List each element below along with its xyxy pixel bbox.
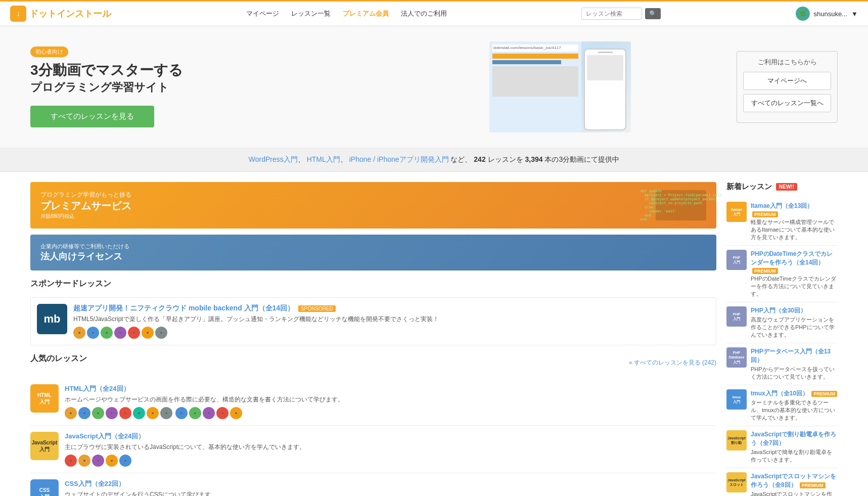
nl-title[interactable]: PHP入門（全30回） [751, 306, 838, 315]
sponsor-desc: HTML5/JavaScriptで楽しく作る「早起きアプリ」講座。プッシュ通知・… [73, 315, 710, 324]
sidebar-header: 新着レッスン NEW!! [726, 182, 838, 192]
lesson-title[interactable]: HTML入門（全24回） [65, 384, 716, 393]
mini-avatar: ● [189, 407, 201, 419]
cta-mypage-button[interactable]: マイページへ [743, 72, 831, 90]
nl-desc: 軽量なサーバー構成管理ツールであるItamaeについて基本的な使い方を見ていきま… [751, 218, 838, 241]
nl-title[interactable]: PHPのDateTimeクラスでカレンダーを作ろう（全14回） PREMIUM [751, 250, 838, 274]
nl-icon-phpdt: PHP 入門 [726, 250, 747, 270]
nl-info: PHPデータベース入門（全13回） PHPからデータベースを扱っていく方法につい… [751, 347, 838, 381]
mini-avatar: ● [119, 455, 131, 467]
header: ↓ ドットインストール マイページ レッスン一覧 プレミアム会員 法人でのご利用… [0, 0, 868, 26]
lesson-item: HTML 入門 HTML入門（全24回） ホームページやウェブサービスの画面を作… [30, 378, 716, 426]
popular-section: 人気のレッスン » すべてのレッスンを見る (242) HTML 入門 HTML… [30, 353, 716, 496]
logo[interactable]: ↓ ドットインストール [10, 6, 111, 22]
hero-center: dotinstall.com/lessons/basic_ios/4117 [384, 41, 737, 132]
mini-avatar: ● [133, 407, 145, 419]
premium-badge: PREMIUM [752, 268, 778, 274]
nl-desc: JavaScriptで簡単な割り勘電卓を作っていきます。 [751, 448, 838, 464]
username: shunsuke... [814, 10, 848, 18]
nl-icon-tmux: tmux 入門 [726, 389, 747, 410]
lesson-title[interactable]: CSS入門（全22回） [65, 479, 716, 488]
nl-desc: JavaScriptでスロットマシンを作る方法を見ていきます。 [751, 490, 838, 496]
nl-title[interactable]: JavaScriptで割り勘電卓を作ろう（全7回） [751, 430, 838, 447]
corp-banner[interactable]: 企業内の研修等でご利用いただける 法人向けライセンス [30, 235, 716, 270]
mini-avatar: ● [230, 407, 242, 419]
lesson-title[interactable]: JavaScript入門（全24回） [65, 432, 716, 441]
hero-screenshot: dotinstall.com/lessons/basic_ios/4117 [489, 41, 631, 132]
hero-tagline-sub: プログラミング学習サイト [30, 80, 384, 96]
nav-corporate[interactable]: 法人でのご利用 [401, 9, 447, 18]
mini-avatar: ● [160, 407, 172, 419]
nl-info: tmux入門（全10回） PREMIUM ターミナルを多重化できるツール、tmu… [751, 389, 838, 422]
lesson-desc: ホームページやウェブサービスの画面を作る際に必要な、構造的な文書を書く方法につい… [65, 395, 716, 404]
mini-avatar: ● [73, 327, 85, 339]
mini-avatar: ● [155, 327, 167, 339]
stats-lesson-count: 242 [474, 155, 485, 163]
sponsor-info: 超速アプリ開発！ニフティクラウド mobile backend 入門（全14回）… [73, 304, 710, 339]
new-lesson-item: PHP 入門 PHPのDateTimeクラスでカレンダーを作ろう（全14回） P… [726, 246, 838, 302]
nl-info: PHPのDateTimeクラスでカレンダーを作ろう（全14回） PREMIUM … [751, 250, 838, 298]
new-lesson-item: JavaScript 割り勘 JavaScriptで割り勘電卓を作ろう（全7回）… [726, 426, 838, 468]
new-lesson-item: PHP 入門 PHP入門（全30回） 高度なウェブアプリケーションを作ることがで… [726, 302, 838, 343]
lesson-desc: ウェブサイトのデザインを行うCSSについて学びます。 [65, 490, 716, 496]
cta-alllessons-button[interactable]: すべてのレッスン一覧へ [743, 94, 831, 112]
nl-icon-phpdb: PHP Database 入門 [726, 347, 747, 368]
nl-title[interactable]: tmux入門（全10回） PREMIUM [751, 389, 838, 398]
mini-avatar: ● [92, 407, 104, 419]
screenshot-content: dotinstall.com/lessons/basic_ios/4117 [489, 41, 631, 132]
user-area: 🌿 shunsuke... ▼ [796, 7, 858, 21]
nl-title[interactable]: PHPデータベース入門（全13回） [751, 347, 838, 365]
main-content: プログラミング学習がもっと捗る プレミアムサービス 月額880円税込 def u… [0, 172, 868, 496]
mini-avatar: ● [147, 407, 159, 419]
hero-section: 初心者向け 3分動画でマスターする プログラミング学習サイト すべてのレッスンを… [0, 26, 868, 148]
hero-tagline-big: 3分動画でマスターする [30, 60, 384, 80]
sponsor-icon: mb [37, 304, 67, 334]
nav-premium[interactable]: プレミアム会員 [343, 9, 389, 18]
view-all-link[interactable]: » すべてのレッスンを見る (242) [629, 358, 716, 367]
lesson-icon-js: JavaScript 入門 [30, 432, 59, 460]
search-button[interactable]: 🔍 [645, 8, 661, 19]
avatar: 🌿 [796, 7, 810, 21]
sponsor-section: スポンサードレッスン mb 超速アプリ開発！ニフティクラウド mobile ba… [30, 279, 716, 345]
search-input[interactable] [581, 8, 642, 20]
mini-avatar: ● [128, 327, 140, 339]
sponsor-title[interactable]: 超速アプリ開発！ニフティクラウド mobile backend 入門（全14回） [73, 304, 294, 312]
lesson-desc: 主にブラウザに実装されているJavaScriptについて、基本的な使い方を学んで… [65, 443, 716, 452]
nl-desc: PHPのDateTimeクラスでカレンダーを作る方法について見ていきます。 [751, 275, 838, 298]
dropdown-chevron[interactable]: ▼ [851, 10, 858, 18]
nl-icon-jsslot: JavaScript スロット [726, 472, 747, 492]
nl-desc: ターミナルを多重化できるツール、tmuxの基本的な使い方について学んでいきます。 [751, 399, 838, 422]
mini-avatar: ● [142, 327, 154, 339]
lesson-avatars: ● ● ● ● ● [65, 455, 716, 467]
nl-icon-phpintro: PHP 入門 [726, 306, 747, 327]
premium-badge: PREMIUM [811, 391, 837, 397]
new-badge: NEW!! [776, 183, 797, 191]
stats-link-wordpress[interactable]: WordPress入門 [249, 155, 298, 163]
nav-lessons[interactable]: レッスン一覧 [291, 9, 331, 18]
new-lesson-item: PHP Database 入門 PHPデータベース入門（全13回） PHPからデ… [726, 343, 838, 385]
cta-title: ご利用はこちらから [743, 58, 831, 67]
hero-cta-button[interactable]: すべてのレッスンを見る [30, 106, 154, 127]
nl-title[interactable]: JavaScriptでスロットマシンを作ろう（全8回） PREMIUM [751, 472, 838, 489]
popular-lessons-list: HTML 入門 HTML入門（全24回） ホームページやウェブサービスの画面を作… [30, 378, 716, 496]
cta-box: ご利用はこちらから マイページへ すべてのレッスン一覧へ [737, 51, 838, 123]
hero-tagline-small: 初心者向け [30, 47, 68, 57]
logo-text: ドットインストール [29, 8, 111, 20]
section-header: 人気のレッスン » すべてのレッスンを見る (242) [30, 353, 716, 372]
nl-title[interactable]: Itamae入門（全13回） PREMIUM [751, 202, 838, 217]
nav-mypage[interactable]: マイページ [246, 9, 279, 18]
premium-banner-subtitle: プログラミング学習がもっと捗る [40, 191, 131, 199]
new-lesson-item: tmux 入門 tmux入門（全10回） PREMIUM ターミナルを多重化でき… [726, 385, 838, 426]
stats-link-html[interactable]: HTML入門 [307, 155, 340, 163]
stats-link-iphone[interactable]: iPhone / iPhoneアプリ開発入門 [349, 155, 449, 163]
popular-section-title: 人気のレッスン [30, 353, 87, 366]
mini-avatar: ● [78, 455, 90, 467]
lesson-icon-css: CSS 入門 [30, 479, 59, 496]
sponsor-title-row: 超速アプリ開発！ニフティクラウド mobile backend 入門（全14回）… [73, 304, 710, 313]
nl-info: JavaScriptでスロットマシンを作ろう（全8回） PREMIUM Java… [751, 472, 838, 496]
nl-icon-itamae: Itamae 入門 [726, 202, 747, 222]
lesson-item: CSS 入門 CSS入門（全22回） ウェブサイトのデザインを行うCSSについて… [30, 473, 716, 496]
mini-avatar: ● [114, 327, 126, 339]
mini-avatar: ● [87, 327, 99, 339]
premium-banner[interactable]: プログラミング学習がもっと捗る プレミアムサービス 月額880円税込 def u… [30, 182, 716, 229]
